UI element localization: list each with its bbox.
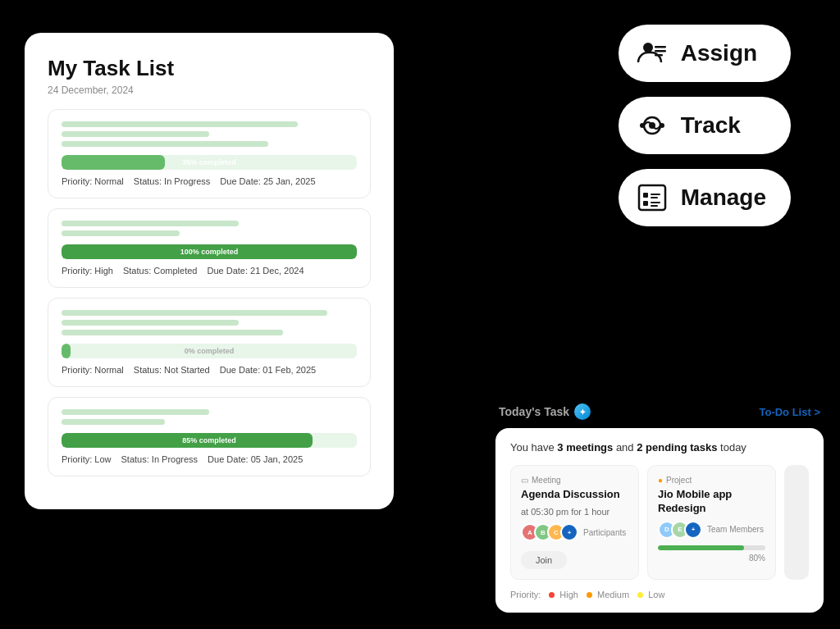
priority-medium: Medium — [587, 590, 629, 599]
priority-value-2: High — [94, 266, 113, 276]
priority-value-4: Low — [94, 454, 111, 464]
manage-icon — [635, 180, 669, 215]
sketch-line — [62, 121, 298, 127]
progress-text-2: 100% completed — [180, 248, 239, 256]
task-item-2[interactable]: 100% completed Priority: High Status: Co… — [48, 208, 371, 288]
meeting-subtitle: at 05:30 pm for 1 hour — [521, 507, 628, 517]
todays-task-card: You have 3 meetings and 2 pending tasks … — [495, 428, 824, 613]
task-item-3[interactable]: 0% completed Priority: Normal Status: No… — [48, 298, 371, 387]
high-dot — [549, 592, 555, 598]
project-progress-percent: 80% — [658, 554, 765, 563]
due-label-3: Due Date: 01 Feb, 2025 — [220, 365, 316, 375]
track-icon — [635, 108, 669, 143]
task-cards-row: ▭ Meeting Agenda Discussion at 05:30 pm … — [510, 465, 809, 580]
progress-fill-1 — [62, 155, 165, 170]
status-value-2: Completed — [153, 266, 197, 276]
task-sketch-lines-4 — [62, 409, 357, 425]
todays-task-icon: ✦ — [574, 403, 591, 420]
avatar-p-blue: + — [684, 521, 702, 539]
project-avatars: D E + Team Members — [658, 521, 765, 539]
sketch-line — [62, 141, 268, 147]
progress-bar-wrapper-2: 100% completed — [62, 244, 357, 259]
priority-label-2: Priority: High — [62, 266, 113, 276]
due-label-2: Due Date: 21 Dec, 2024 — [207, 266, 304, 276]
sketch-line — [62, 330, 283, 335]
participants-label: Participants — [583, 528, 626, 537]
priority-label-1: Priority: Normal — [62, 176, 124, 186]
task-item-1[interactable]: 35% completed Priority: Normal Status: I… — [48, 109, 371, 198]
project-progress-bar — [658, 545, 765, 550]
manage-label: Manage — [681, 185, 766, 211]
priority-legend-label: Priority: — [510, 590, 541, 599]
project-progress-fill — [658, 545, 744, 550]
status-value-3: Not Started — [164, 365, 210, 375]
svg-rect-11 — [651, 197, 658, 198]
priority-value-3: Normal — [94, 365, 123, 375]
project-mini-card[interactable]: ● Project Jio Mobile app Redesign D E + … — [647, 465, 776, 580]
due-value-1: 25 Jan, 2025 — [263, 176, 316, 186]
task-summary: You have 3 meetings and 2 pending tasks … — [510, 441, 809, 454]
meeting-avatars: A B C + Participants — [521, 523, 628, 541]
track-button[interactable]: Track — [619, 97, 791, 154]
team-members-label: Team Members — [707, 525, 764, 534]
due-value-2: 21 Dec, 2024 — [250, 266, 304, 276]
join-button[interactable]: Join — [521, 551, 567, 569]
action-buttons-area: Assign Track Man — [619, 25, 791, 241]
medium-dot — [587, 592, 592, 598]
task-sketch-lines-3 — [62, 310, 357, 335]
svg-rect-14 — [651, 205, 658, 207]
todays-task-title-text: Today's Task — [499, 405, 569, 418]
priority-label-3: Priority: Normal — [62, 365, 124, 375]
progress-bar-wrapper-3: 0% completed — [62, 344, 357, 358]
task-sketch-lines-2 — [62, 221, 357, 236]
svg-rect-3 — [655, 54, 663, 57]
due-label-4: Due Date: 05 Jan, 2025 — [208, 454, 303, 464]
status-value-1: In Progress — [164, 176, 210, 186]
meeting-type: ▭ Meeting — [521, 476, 628, 485]
progress-bar-wrapper-4: 85% completed — [62, 433, 357, 448]
svg-rect-10 — [651, 194, 660, 195]
status-label-4: Status: In Progress — [121, 454, 199, 464]
priority-high: High — [549, 590, 578, 599]
task-list-date: 24 December, 2024 — [48, 84, 371, 96]
project-type-label: Project — [666, 476, 692, 485]
progress-text-3: 0% completed — [185, 347, 235, 355]
sketch-line — [62, 409, 209, 415]
todo-list-link[interactable]: To-Do List > — [759, 406, 820, 418]
task-meta-2: Priority: High Status: Completed Due Dat… — [62, 266, 357, 276]
meeting-title: Agenda Discussion — [521, 488, 628, 502]
task-sketch-lines-1 — [62, 121, 357, 147]
status-label-3: Status: Not Started — [134, 365, 210, 375]
manage-button[interactable]: Manage — [619, 169, 791, 226]
due-label-1: Due Date: 25 Jan, 2025 — [220, 176, 315, 186]
pending-tasks-count: 2 pending tasks — [637, 441, 717, 454]
due-value-3: 01 Feb, 2025 — [262, 365, 316, 375]
priority-legend: Priority: High Medium Low — [510, 590, 809, 599]
meeting-type-label: Meeting — [532, 476, 561, 485]
status-label-1: Status: In Progress — [134, 176, 211, 186]
status-label-2: Status: Completed — [123, 266, 198, 276]
task-list-card: My Task List 24 December, 2024 35% compl… — [25, 33, 394, 509]
progress-bar-wrapper-1: 35% completed — [62, 155, 357, 170]
project-type-icon: ● — [658, 476, 663, 485]
sketch-line — [62, 131, 209, 137]
sketch-line — [62, 419, 165, 425]
meeting-type-icon: ▭ — [521, 476, 528, 485]
task-meta-4: Priority: Low Status: In Progress Due Da… — [62, 454, 357, 464]
task-item-4[interactable]: 85% completed Priority: Low Status: In P… — [48, 397, 371, 476]
priority-low: Low — [637, 590, 664, 599]
svg-rect-13 — [651, 202, 660, 203]
project-type: ● Project — [658, 476, 765, 485]
meeting-mini-card[interactable]: ▭ Meeting Agenda Discussion at 05:30 pm … — [510, 465, 639, 580]
assign-button[interactable]: Assign — [619, 25, 791, 82]
meetings-count: 3 meetings — [557, 441, 613, 454]
sketch-line — [62, 310, 327, 316]
task-meta-3: Priority: Normal Status: Not Started Due… — [62, 365, 357, 375]
todays-task-area: Today's Task ✦ To-Do List > You have 3 m… — [495, 403, 824, 613]
avatar-blue: + — [560, 523, 578, 541]
svg-rect-1 — [655, 46, 666, 48]
task-list-title: My Task List — [48, 56, 371, 81]
todays-task-header: Today's Task ✦ To-Do List > — [495, 403, 824, 420]
svg-point-0 — [643, 43, 653, 52]
task-meta-1: Priority: Normal Status: In Progress Due… — [62, 176, 357, 186]
